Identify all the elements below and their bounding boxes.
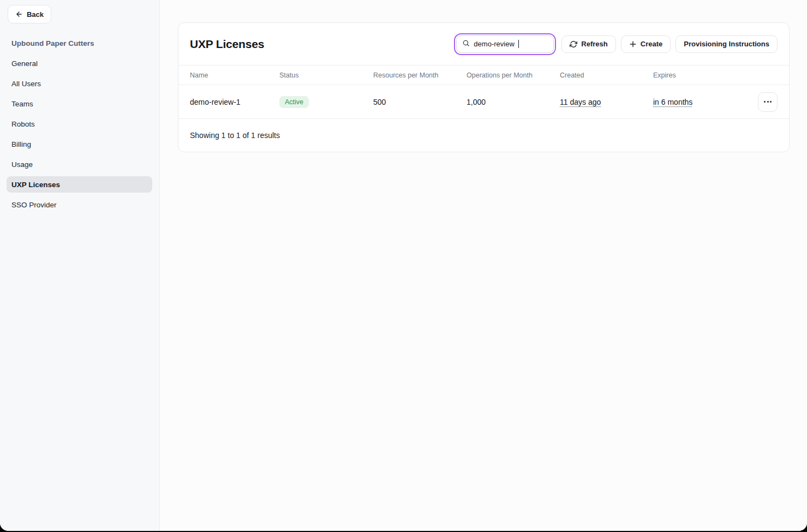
sidebar-item-general[interactable]: General bbox=[7, 55, 152, 71]
provisioning-instructions-button[interactable]: Provisioning Instructions bbox=[676, 35, 778, 53]
arrow-left-icon bbox=[15, 10, 23, 18]
license-operations: 1,000 bbox=[467, 98, 560, 106]
column-header-resources: Resources per Month bbox=[373, 71, 467, 79]
license-created-cell: 11 days ago bbox=[560, 98, 653, 106]
results-summary: Showing 1 to 1 of 1 results bbox=[178, 119, 789, 152]
page-title: UXP Licenses bbox=[190, 38, 264, 51]
created-date[interactable]: 11 days ago bbox=[560, 98, 601, 106]
column-header-operations: Operations per Month bbox=[467, 71, 560, 79]
column-header-expires: Expires bbox=[653, 71, 758, 79]
app-window: Back Upbound Paper Cutters General All U… bbox=[0, 0, 807, 531]
row-actions-menu-button[interactable] bbox=[758, 92, 778, 112]
license-actions-cell bbox=[758, 92, 778, 112]
status-badge: Active bbox=[279, 96, 309, 108]
text-caret bbox=[518, 40, 519, 48]
search-icon bbox=[462, 39, 470, 49]
column-header-status: Status bbox=[279, 71, 373, 79]
sidebar-item-teams[interactable]: Teams bbox=[7, 95, 152, 112]
refresh-button[interactable]: Refresh bbox=[561, 35, 615, 53]
license-resources: 500 bbox=[373, 98, 467, 106]
expires-date[interactable]: in 6 months bbox=[653, 98, 692, 106]
create-button[interactable]: Create bbox=[621, 35, 671, 53]
sidebar-item-usage[interactable]: Usage bbox=[7, 156, 152, 172]
column-header-created: Created bbox=[560, 71, 653, 79]
provisioning-instructions-label: Provisioning Instructions bbox=[684, 40, 769, 48]
table-header-row: Name Status Resources per Month Operatio… bbox=[178, 65, 789, 85]
column-header-name: Name bbox=[190, 71, 279, 79]
license-expires-cell: in 6 months bbox=[653, 98, 758, 106]
refresh-icon bbox=[570, 40, 577, 48]
plus-icon bbox=[629, 40, 637, 48]
license-name: demo-review-1 bbox=[190, 98, 279, 106]
create-button-label: Create bbox=[641, 40, 662, 48]
uxp-licenses-card: UXP Licenses demo-review bbox=[178, 22, 790, 152]
org-name-heading: Upbound Paper Cutters bbox=[7, 35, 152, 51]
search-input[interactable]: demo-review bbox=[456, 35, 554, 53]
refresh-button-label: Refresh bbox=[581, 40, 607, 48]
toolbar: demo-review Refresh bbox=[456, 35, 778, 53]
main-content: UXP Licenses demo-review bbox=[160, 0, 807, 531]
table-row: demo-review-1 Active 500 1,000 11 days a… bbox=[178, 85, 789, 119]
back-button-label: Back bbox=[27, 10, 44, 19]
license-status-cell: Active bbox=[279, 96, 373, 108]
sidebar-item-billing[interactable]: Billing bbox=[7, 136, 152, 152]
settings-sidebar: Back Upbound Paper Cutters General All U… bbox=[0, 0, 160, 531]
search-input-value: demo-review bbox=[474, 40, 514, 48]
ellipsis-icon bbox=[764, 101, 766, 103]
back-button[interactable]: Back bbox=[8, 5, 51, 23]
sidebar-nav: Upbound Paper Cutters General All Users … bbox=[7, 35, 152, 213]
sidebar-item-sso-provider[interactable]: SSO Provider bbox=[7, 196, 152, 213]
sidebar-item-robots[interactable]: Robots bbox=[7, 116, 152, 132]
sidebar-item-uxp-licenses[interactable]: UXP Licenses bbox=[7, 176, 152, 193]
card-header: UXP Licenses demo-review bbox=[178, 23, 789, 65]
sidebar-item-all-users[interactable]: All Users bbox=[7, 75, 152, 92]
